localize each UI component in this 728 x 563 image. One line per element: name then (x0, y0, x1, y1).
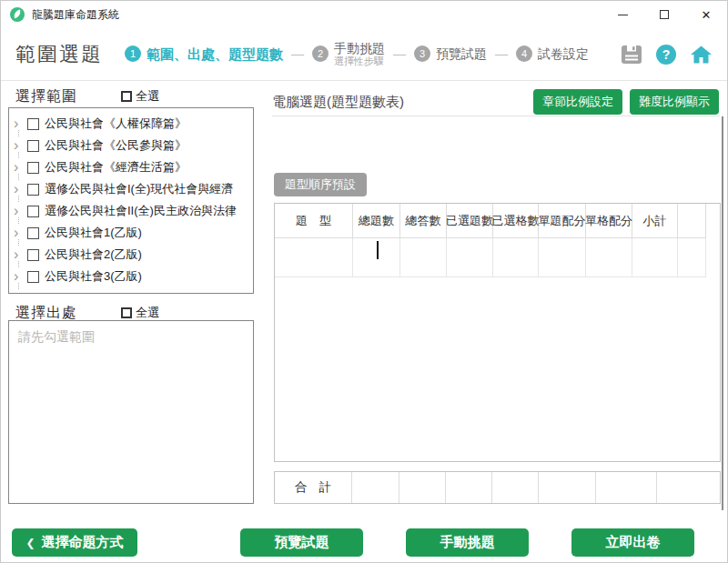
step-number-badge: 4 (516, 45, 532, 62)
range-select-all[interactable]: 全選 (121, 88, 159, 105)
wizard-step-1: 1 範圍、出處、題型題數 (125, 45, 283, 62)
source-list[interactable]: 請先勾選範圍 (8, 320, 254, 504)
maximize-icon (660, 10, 669, 19)
qtable-col-header-extra (678, 204, 706, 238)
qtable-cell[interactable] (632, 238, 678, 277)
main-panel-title: 電腦選題(題型題數表) (272, 94, 404, 111)
qtable-empty-row (275, 238, 720, 277)
total-row-label: 合 計 (275, 472, 352, 503)
back-button-label: 選擇命題方式 (42, 534, 124, 551)
total-row-cell (446, 472, 492, 503)
step-number-badge: 2 (312, 45, 329, 62)
app-window: 龍騰題庫命題系統 ✕ 範圍選題 1 範圍、出處、題型題數 — 2 手動挑題 選擇… (0, 0, 728, 563)
qtable-col-header: 總題數 (353, 204, 400, 238)
save-icon[interactable] (621, 45, 642, 65)
tree-item-label: 公民與社會1(乙版) (45, 225, 142, 241)
source-select-all-checkbox[interactable] (121, 307, 132, 318)
qtable-cell[interactable] (275, 238, 353, 277)
back-chevron-icon: ❮ (25, 537, 35, 549)
chapter-ratio-button[interactable]: 章節比例設定 (533, 89, 622, 115)
generate-paper-button[interactable]: 立即出卷 (571, 528, 694, 557)
step-label: 預覽試題 (436, 46, 487, 61)
preview-questions-button[interactable]: 預覽試題 (240, 528, 363, 557)
tree-item-checkbox[interactable] (27, 118, 39, 130)
app-logo-icon (10, 7, 25, 22)
range-tree-item[interactable]: › 公民與社會《經濟生活篇》 (9, 156, 253, 178)
home-icon[interactable] (690, 45, 713, 65)
main-divider (272, 116, 720, 116)
range-tree-item[interactable]: › 公民與社會1(乙版) (9, 222, 253, 244)
qtable-col-header: 單格配分 (586, 204, 632, 238)
step-separator: — (495, 46, 508, 61)
step-sublabel: 選擇性步驟 (334, 55, 385, 67)
tree-item-checkbox[interactable] (27, 184, 39, 196)
qtable-cell[interactable] (586, 238, 632, 277)
question-type-table: 題 型總題數總答數已選題數已選格數單題配分單格配分小計 (274, 203, 721, 462)
expand-chevron-icon[interactable]: › (14, 137, 25, 154)
wizard-step-3: 3 預覽試題 (414, 45, 487, 62)
range-panel-title: 選擇範圍 (15, 87, 77, 106)
tree-item-checkbox[interactable] (27, 227, 39, 239)
range-select-all-checkbox[interactable] (121, 91, 132, 102)
total-row-cell (539, 472, 596, 503)
page-title: 範圍選題 (15, 41, 103, 68)
range-tree-item[interactable]: › 公民與社會《人權保障篇》 (9, 113, 253, 135)
tree-item-label: 公民與社會《人權保障篇》 (45, 116, 187, 132)
qtable-cell[interactable] (539, 238, 586, 277)
qtable-col-header: 總答數 (400, 204, 447, 238)
wizard-steps: 1 範圍、出處、題型題數 — 2 手動挑題 選擇性步驟 — 3 預覽試題 — 4… (125, 41, 589, 67)
source-select-all[interactable]: 全選 (121, 305, 159, 321)
tree-item-label: 公民與社會2(乙版) (45, 246, 142, 263)
range-tree[interactable]: › 公民與社會《人權保障篇》 › 公民與社會《公民參與篇》 › 公民與社會《經濟… (8, 107, 254, 294)
range-tree-item[interactable]: › 公民與社會《公民參與篇》 (9, 135, 253, 156)
qtable-cell[interactable] (493, 238, 539, 277)
right-scrollbar[interactable] (722, 116, 723, 510)
tree-item-checkbox[interactable] (27, 162, 39, 174)
close-button[interactable]: ✕ (685, 1, 727, 28)
qtable-col-header: 題 型 (275, 204, 353, 238)
step-separator: — (393, 46, 406, 61)
expand-chevron-icon[interactable]: › (14, 268, 25, 285)
tree-guide-line (18, 283, 19, 289)
expand-chevron-icon[interactable]: › (14, 246, 25, 263)
range-tree-item[interactable]: › 公民與社會3(乙版) (9, 266, 253, 287)
tree-item-checkbox[interactable] (27, 140, 39, 152)
step-number-badge: 3 (414, 45, 430, 62)
minimize-button[interactable] (602, 1, 643, 28)
range-tree-item[interactable]: › 選修公民與社會II(全)民主政治與法律 (9, 200, 253, 222)
window-controls: ✕ (602, 1, 727, 28)
qtable-total-row: 合 計 (274, 471, 721, 504)
text-cursor (377, 241, 379, 259)
maximize-button[interactable] (643, 1, 685, 28)
qtable-col-header: 單題配分 (539, 204, 586, 238)
range-panel-header: 選擇範圍 全選 (15, 86, 254, 106)
choose-method-back-button[interactable]: ❮ 選擇命題方式 (12, 528, 137, 557)
wizard-step-2: 2 手動挑題 選擇性步驟 (312, 41, 385, 67)
tree-item-checkbox[interactable] (27, 271, 39, 283)
expand-chevron-icon[interactable]: › (14, 203, 25, 219)
qtable-cell[interactable] (400, 238, 447, 277)
expand-chevron-icon[interactable]: › (14, 225, 25, 241)
source-select-all-label: 全選 (136, 305, 159, 321)
step-label: 手動挑題 (334, 41, 385, 55)
range-tree-item[interactable]: › 選修公民與社會I(全)現代社會與經濟 (9, 178, 253, 200)
qtable-cell-extra (678, 238, 706, 277)
expand-chevron-icon[interactable]: › (14, 181, 25, 197)
qtable-cell[interactable] (353, 238, 400, 277)
close-icon: ✕ (702, 9, 712, 21)
window-title: 龍騰題庫命題系統 (32, 7, 119, 23)
manual-pick-button[interactable]: 手動挑題 (406, 528, 529, 557)
expand-chevron-icon[interactable]: › (14, 116, 25, 132)
qtable-cell[interactable] (447, 238, 493, 277)
range-tree-item[interactable]: › 公民與社會2(乙版) (9, 244, 253, 266)
expand-chevron-icon[interactable]: › (14, 159, 25, 176)
tree-item-checkbox[interactable] (27, 206, 39, 217)
total-row-cell (492, 472, 539, 503)
total-row-cell (399, 472, 446, 503)
tree-item-checkbox[interactable] (27, 249, 39, 261)
difficulty-ratio-button[interactable]: 難度比例顯示 (630, 89, 719, 115)
total-row-cell (352, 472, 399, 503)
question-order-preset-button[interactable]: 題型順序預設 (274, 173, 367, 196)
step-label: 試卷設定 (538, 46, 589, 61)
help-icon[interactable]: ? (656, 45, 676, 65)
